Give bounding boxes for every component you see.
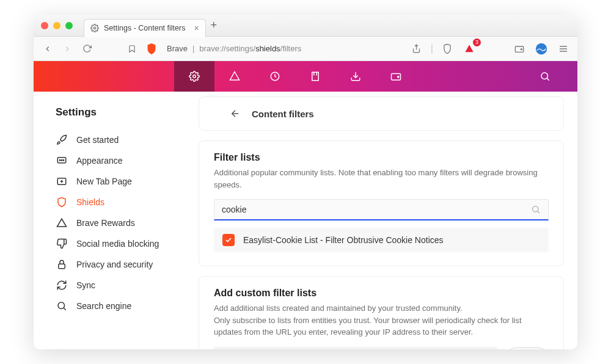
browser-window: Settings - Content filters × + Brave | b… <box>34 15 577 349</box>
rewards-icon[interactable]: 3 <box>461 41 477 57</box>
sidebar-label: Search engine <box>76 301 131 311</box>
settings-sidebar: Settings Get started Appearance New Tab … <box>34 92 199 349</box>
svg-line-19 <box>547 78 549 80</box>
svg-point-5 <box>536 43 547 54</box>
browser-tab[interactable]: Settings - Content filters × <box>84 19 206 37</box>
topnav-wallet[interactable] <box>376 61 416 92</box>
notification-badge: 3 <box>473 38 481 46</box>
sidebar-label: Brave Rewards <box>76 218 135 228</box>
svg-point-32 <box>533 206 538 212</box>
sidebar-item-sync[interactable]: Sync <box>56 275 199 296</box>
filter-search-input[interactable] <box>222 205 531 214</box>
svg-point-17 <box>398 76 399 78</box>
svg-rect-12 <box>312 72 319 81</box>
settings-top-nav <box>34 61 577 92</box>
shields-icon[interactable] <box>439 41 455 57</box>
nav-reload-button[interactable] <box>79 41 95 57</box>
gear-icon <box>90 24 99 32</box>
svg-line-30 <box>64 308 65 310</box>
filter-list-row[interactable]: Easylist-Cookie List - Filter Obtrusive … <box>214 228 549 252</box>
sidebar-item-new-tab-page[interactable]: New Tab Page <box>56 171 199 192</box>
sidebar-item-brave-rewards[interactable]: Brave Rewards <box>56 213 199 233</box>
new-tab-icon <box>56 175 68 187</box>
topnav-search[interactable] <box>525 61 565 92</box>
url-brand: Brave <box>167 44 188 53</box>
sidebar-item-privacy-security[interactable]: Privacy and security <box>56 254 199 275</box>
appearance-icon <box>56 155 68 167</box>
share-icon[interactable] <box>409 41 425 57</box>
sidebar-item-get-started[interactable]: Get started <box>56 129 199 150</box>
thumbs-down-icon <box>56 238 68 250</box>
svg-point-22 <box>61 160 62 161</box>
svg-point-9 <box>193 75 196 78</box>
close-window-button[interactable] <box>41 22 48 29</box>
page-title: Content filters <box>252 109 314 119</box>
sidebar-item-search-engine[interactable]: Search engine <box>56 296 199 316</box>
content-area: Settings Get started Appearance New Tab … <box>34 92 577 349</box>
topnav-history[interactable] <box>255 61 295 92</box>
topnav-bookmarks[interactable] <box>295 61 335 92</box>
svg-point-23 <box>63 160 64 161</box>
sidebar-label: Social media blocking <box>76 239 159 249</box>
url-text: brave://settings/shields/filters <box>199 44 301 53</box>
sidebar-title: Settings <box>56 106 199 118</box>
menu-icon[interactable] <box>555 41 571 57</box>
sidebar-item-shields[interactable]: Shields <box>56 192 199 213</box>
custom-filter-card: Add custom filter lists Add additional l… <box>199 276 564 349</box>
sidebar-label: Get started <box>76 135 119 145</box>
sidebar-label: Sync <box>76 280 95 290</box>
add-button[interactable]: Add <box>505 348 549 350</box>
sync-icon <box>56 279 68 291</box>
svg-marker-10 <box>230 72 240 81</box>
svg-point-29 <box>58 302 65 309</box>
topnav-settings[interactable] <box>174 61 214 92</box>
filter-search-box[interactable] <box>214 199 549 220</box>
topnav-rewards[interactable] <box>214 61 255 92</box>
settings-main: Content filters Filter lists Additional … <box>199 92 577 349</box>
search-icon <box>56 300 68 312</box>
profile-avatar[interactable] <box>533 41 549 57</box>
topnav-downloads[interactable] <box>335 61 376 92</box>
custom-filter-heading: Add custom filter lists <box>214 288 549 299</box>
minimize-window-button[interactable] <box>53 22 60 29</box>
svg-marker-2 <box>465 45 473 52</box>
svg-point-21 <box>59 160 60 161</box>
svg-point-18 <box>541 73 548 79</box>
nav-toolbar: Brave | brave://settings/shields/filters… <box>34 37 577 61</box>
sidebar-label: Appearance <box>76 156 123 166</box>
close-tab-icon[interactable]: × <box>194 23 199 33</box>
new-tab-button[interactable]: + <box>211 19 218 32</box>
bookmark-icon[interactable] <box>124 41 140 57</box>
filter-checkbox-checked[interactable] <box>222 234 235 246</box>
svg-marker-27 <box>57 219 67 227</box>
maximize-window-button[interactable] <box>65 22 73 29</box>
triangle-icon <box>56 217 68 229</box>
titlebar: Settings - Content filters × + <box>34 15 577 37</box>
sidebar-label: Privacy and security <box>76 260 153 269</box>
lock-icon <box>56 258 68 271</box>
sidebar-label: New Tab Page <box>76 177 132 186</box>
address-bar[interactable]: Brave | brave://settings/shields/filters <box>167 44 301 53</box>
svg-rect-28 <box>59 264 65 269</box>
sidebar-item-appearance[interactable]: Appearance <box>56 150 199 171</box>
tab-title: Settings - Content filters <box>104 24 185 32</box>
search-icon <box>531 205 541 214</box>
filter-list-label: Easylist-Cookie List - Filter Obtrusive … <box>243 235 444 245</box>
nav-forward-button[interactable] <box>59 41 75 57</box>
nav-back-button[interactable] <box>40 41 56 57</box>
custom-filter-url-input[interactable] <box>214 347 498 350</box>
filter-lists-card: Filter lists Additional popular communit… <box>199 140 564 266</box>
svg-point-0 <box>93 27 96 29</box>
shield-icon <box>56 196 68 208</box>
svg-line-33 <box>538 211 540 213</box>
url-separator: | <box>192 44 194 53</box>
page-header-card: Content filters <box>199 96 564 131</box>
custom-filter-desc: Add additional lists created and maintai… <box>214 302 549 338</box>
svg-point-4 <box>521 48 522 49</box>
back-button[interactable] <box>229 107 242 120</box>
traffic-lights <box>41 22 73 29</box>
sidebar-item-social-media-blocking[interactable]: Social media blocking <box>56 233 199 254</box>
wallet-icon[interactable] <box>511 41 527 57</box>
brave-icon <box>144 41 159 57</box>
filter-lists-desc: Additional popular community lists. Note… <box>214 167 549 191</box>
